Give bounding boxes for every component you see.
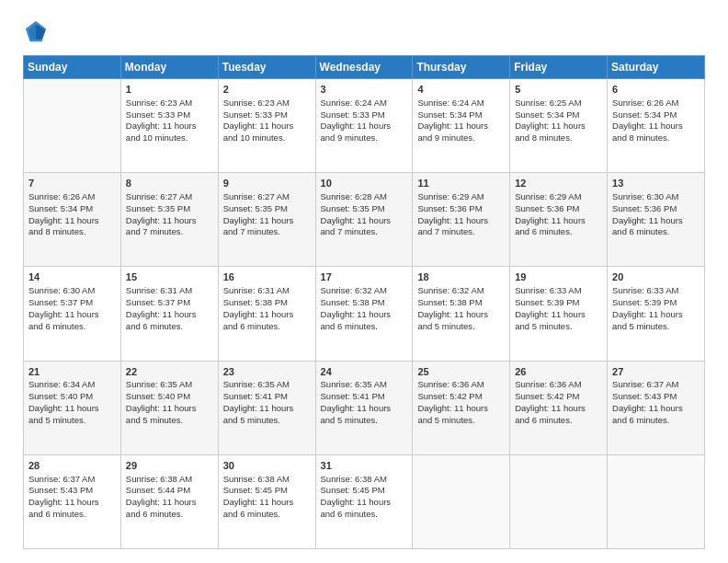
sunset-text: Sunset: 5:37 PM — [28, 297, 93, 307]
sunset-text: Sunset: 5:33 PM — [223, 109, 288, 120]
sunset-text: Sunset: 5:43 PM — [612, 391, 677, 401]
daylight-text: Daylight: 11 hours and 5 minutes. — [515, 309, 586, 331]
day-number: 28 — [28, 459, 116, 473]
daylight-text: Daylight: 11 hours and 6 minutes. — [515, 215, 586, 237]
daylight-text: Daylight: 11 hours and 6 minutes. — [223, 309, 294, 331]
sunrise-text: Sunrise: 6:31 AM — [126, 285, 192, 295]
sunrise-text: Sunrise: 6:27 AM — [126, 191, 192, 201]
daylight-text: Daylight: 11 hours and 5 minutes. — [126, 403, 197, 425]
calendar-cell: 20Sunrise: 6:33 AMSunset: 5:39 PMDayligh… — [608, 267, 705, 361]
calendar-cell: 6Sunrise: 6:26 AMSunset: 5:34 PMDaylight… — [608, 79, 705, 173]
sunrise-text: Sunrise: 6:24 AM — [321, 98, 387, 108]
day-number: 1 — [126, 83, 213, 97]
sunset-text: Sunset: 5:42 PM — [417, 391, 482, 401]
calendar-header-row: SundayMondayTuesdayWednesdayThursdayFrid… — [24, 56, 705, 79]
calendar-cell: 14Sunrise: 6:30 AMSunset: 5:37 PMDayligh… — [24, 267, 121, 361]
day-number: 22 — [126, 365, 213, 379]
calendar-cell: 23Sunrise: 6:35 AMSunset: 5:41 PMDayligh… — [218, 361, 315, 454]
calendar-week-row: 1Sunrise: 6:23 AMSunset: 5:33 PMDaylight… — [24, 79, 705, 173]
sunset-text: Sunset: 5:36 PM — [515, 203, 579, 213]
sunset-text: Sunset: 5:34 PM — [515, 109, 579, 120]
daylight-text: Daylight: 11 hours and 8 minutes. — [612, 121, 683, 143]
calendar-week-row: 28Sunrise: 6:37 AMSunset: 5:43 PMDayligh… — [24, 454, 705, 548]
sunrise-text: Sunrise: 6:23 AM — [223, 98, 290, 108]
sunset-text: Sunset: 5:44 PM — [126, 485, 190, 495]
sunrise-text: Sunrise: 6:24 AM — [417, 98, 483, 108]
calendar-cell: 27Sunrise: 6:37 AMSunset: 5:43 PMDayligh… — [608, 361, 705, 454]
sunrise-text: Sunrise: 6:35 AM — [223, 379, 290, 389]
sunrise-text: Sunrise: 6:34 AM — [28, 379, 95, 389]
day-number: 24 — [321, 365, 408, 379]
calendar-cell: 16Sunrise: 6:31 AMSunset: 5:38 PMDayligh… — [218, 267, 315, 361]
calendar-cell: 5Sunrise: 6:25 AMSunset: 5:34 PMDaylight… — [510, 79, 608, 173]
calendar-cell: 11Sunrise: 6:29 AMSunset: 5:36 PMDayligh… — [413, 173, 510, 267]
day-number: 5 — [515, 83, 602, 97]
calendar-cell: 29Sunrise: 6:38 AMSunset: 5:44 PMDayligh… — [120, 454, 218, 548]
day-number: 23 — [223, 365, 311, 379]
daylight-text: Daylight: 11 hours and 6 minutes. — [321, 497, 392, 519]
sunrise-text: Sunrise: 6:30 AM — [612, 191, 678, 201]
sunrise-text: Sunrise: 6:23 AM — [126, 98, 192, 108]
sunset-text: Sunset: 5:38 PM — [417, 297, 482, 307]
calendar-cell: 30Sunrise: 6:38 AMSunset: 5:45 PMDayligh… — [218, 454, 315, 548]
day-number: 30 — [223, 459, 311, 473]
sunrise-text: Sunrise: 6:28 AM — [321, 191, 387, 201]
calendar-cell — [510, 454, 608, 548]
calendar-cell: 31Sunrise: 6:38 AMSunset: 5:45 PMDayligh… — [315, 454, 413, 548]
day-number: 2 — [223, 83, 311, 97]
day-number: 16 — [223, 270, 311, 284]
calendar-day-header: Tuesday — [218, 56, 315, 79]
sunrise-text: Sunrise: 6:33 AM — [612, 285, 678, 295]
sunrise-text: Sunrise: 6:31 AM — [223, 285, 290, 295]
daylight-text: Daylight: 11 hours and 5 minutes. — [321, 403, 392, 425]
sunset-text: Sunset: 5:38 PM — [321, 297, 385, 307]
sunrise-text: Sunrise: 6:36 AM — [515, 379, 581, 389]
calendar-day-header: Wednesday — [315, 56, 413, 79]
calendar-cell: 8Sunrise: 6:27 AMSunset: 5:35 PMDaylight… — [120, 173, 218, 267]
sunset-text: Sunset: 5:39 PM — [515, 297, 579, 307]
calendar-cell: 12Sunrise: 6:29 AMSunset: 5:36 PMDayligh… — [510, 173, 608, 267]
calendar-day-header: Saturday — [608, 56, 705, 79]
sunset-text: Sunset: 5:41 PM — [223, 391, 288, 401]
daylight-text: Daylight: 11 hours and 9 minutes. — [417, 121, 488, 143]
sunset-text: Sunset: 5:33 PM — [126, 109, 190, 120]
sunset-text: Sunset: 5:40 PM — [126, 391, 190, 401]
sunset-text: Sunset: 5:38 PM — [223, 297, 288, 307]
sunset-text: Sunset: 5:41 PM — [321, 391, 385, 401]
day-number: 12 — [515, 177, 602, 190]
daylight-text: Daylight: 11 hours and 7 minutes. — [417, 215, 488, 237]
calendar-week-row: 7Sunrise: 6:26 AMSunset: 5:34 PMDaylight… — [24, 173, 705, 267]
daylight-text: Daylight: 11 hours and 5 minutes. — [223, 403, 294, 425]
sunrise-text: Sunrise: 6:36 AM — [417, 379, 483, 389]
day-number: 29 — [126, 459, 213, 473]
daylight-text: Daylight: 11 hours and 6 minutes. — [126, 497, 197, 519]
sunrise-text: Sunrise: 6:26 AM — [28, 191, 95, 201]
calendar-cell — [413, 454, 510, 548]
daylight-text: Daylight: 11 hours and 9 minutes. — [321, 121, 392, 143]
calendar-day-header: Monday — [120, 56, 218, 79]
sunset-text: Sunset: 5:34 PM — [612, 109, 677, 120]
day-number: 3 — [321, 83, 408, 97]
day-number: 6 — [612, 83, 700, 97]
sunrise-text: Sunrise: 6:33 AM — [515, 285, 581, 295]
sunset-text: Sunset: 5:43 PM — [28, 485, 93, 495]
logo — [23, 18, 52, 44]
calendar-cell: 4Sunrise: 6:24 AMSunset: 5:34 PMDaylight… — [413, 79, 510, 173]
daylight-text: Daylight: 11 hours and 5 minutes. — [417, 309, 488, 331]
day-number: 18 — [417, 270, 505, 284]
sunset-text: Sunset: 5:40 PM — [28, 391, 93, 401]
calendar-cell: 22Sunrise: 6:35 AMSunset: 5:40 PMDayligh… — [120, 361, 218, 454]
calendar-week-row: 14Sunrise: 6:30 AMSunset: 5:37 PMDayligh… — [24, 267, 705, 361]
daylight-text: Daylight: 11 hours and 6 minutes. — [28, 309, 99, 331]
sunrise-text: Sunrise: 6:29 AM — [417, 191, 483, 201]
sunset-text: Sunset: 5:34 PM — [28, 203, 93, 213]
day-number: 26 — [515, 365, 602, 379]
daylight-text: Daylight: 11 hours and 6 minutes. — [126, 309, 197, 331]
sunset-text: Sunset: 5:39 PM — [612, 297, 677, 307]
calendar-cell: 1Sunrise: 6:23 AMSunset: 5:33 PMDaylight… — [120, 79, 218, 173]
daylight-text: Daylight: 11 hours and 7 minutes. — [126, 215, 197, 237]
calendar-cell: 15Sunrise: 6:31 AMSunset: 5:37 PMDayligh… — [120, 267, 218, 361]
sunset-text: Sunset: 5:35 PM — [321, 203, 385, 213]
daylight-text: Daylight: 11 hours and 6 minutes. — [321, 309, 392, 331]
calendar-cell: 26Sunrise: 6:36 AMSunset: 5:42 PMDayligh… — [510, 361, 608, 454]
